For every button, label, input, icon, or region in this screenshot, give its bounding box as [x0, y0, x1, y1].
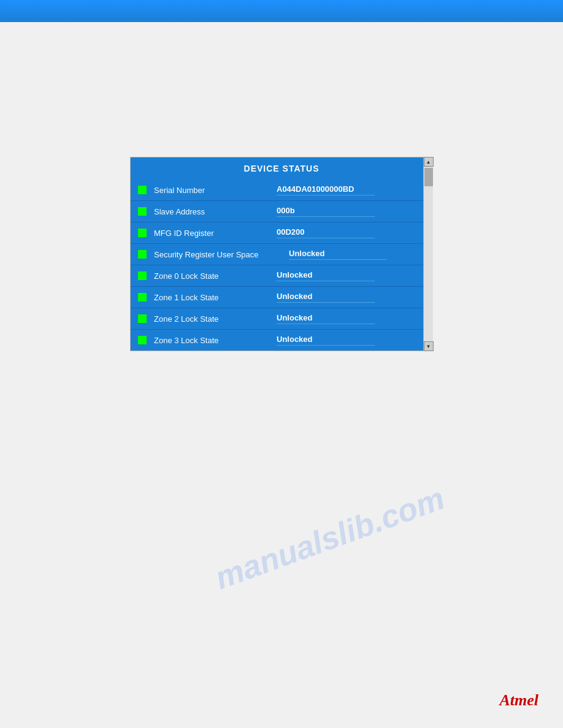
table-row: Security Register User Space Unlocked: [131, 244, 432, 265]
row-label: Zone 1 Lock State: [154, 293, 277, 302]
scrollbar-thumb[interactable]: [424, 168, 433, 186]
row-value: Unlocked: [277, 313, 375, 324]
row-value: Unlocked: [289, 249, 387, 260]
row-label: Zone 0 Lock State: [154, 271, 277, 281]
panel-wrapper: DEVICE STATUS Serial Number A044DA010000…: [130, 157, 433, 351]
table-row: Zone 1 Lock State Unlocked: [131, 287, 432, 308]
scrollbar-up-button[interactable]: ▲: [424, 157, 434, 167]
atmel-logo: Atmel: [499, 691, 538, 710]
scrollbar-down-button[interactable]: ▼: [424, 341, 434, 351]
top-bar: [0, 0, 563, 22]
table-row: Serial Number A044DA01000000BD: [131, 180, 432, 201]
row-label: Security Register User Space: [154, 250, 289, 259]
scrollbar-track: ▲ ▼: [423, 157, 433, 351]
status-indicator: [138, 271, 147, 280]
row-value: A044DA01000000BD: [277, 184, 375, 195]
status-indicator: [138, 229, 147, 237]
row-label: Zone 3 Lock State: [154, 336, 277, 345]
row-label: MFG ID Register: [154, 229, 277, 238]
status-indicator: [138, 186, 147, 194]
table-row: MFG ID Register 00D200: [131, 222, 432, 244]
row-label: Zone 2 Lock State: [154, 314, 277, 324]
table-row: Zone 2 Lock State Unlocked: [131, 308, 432, 330]
status-indicator: [138, 336, 147, 344]
device-status-panel: DEVICE STATUS Serial Number A044DA010000…: [130, 157, 433, 351]
row-value: Unlocked: [277, 335, 375, 346]
panel-title: DEVICE STATUS: [131, 157, 432, 180]
row-value: Unlocked: [277, 292, 375, 303]
row-label: Serial Number: [154, 186, 277, 195]
main-content: manualslib.com DEVICE STATUS Serial Numb…: [0, 22, 563, 728]
row-value: 00D200: [277, 227, 375, 238]
row-label: Slave Address: [154, 207, 277, 216]
watermark: manualslib.com: [210, 480, 450, 597]
row-value: Unlocked: [277, 270, 375, 281]
row-value: 000b: [277, 206, 375, 217]
status-indicator: [138, 314, 147, 323]
status-indicator: [138, 207, 147, 216]
table-row: Zone 0 Lock State Unlocked: [131, 265, 432, 287]
table-row: Zone 3 Lock State Unlocked: [131, 330, 432, 351]
table-row: Slave Address 000b: [131, 201, 432, 222]
status-indicator: [138, 293, 147, 301]
status-indicator: [138, 250, 147, 259]
